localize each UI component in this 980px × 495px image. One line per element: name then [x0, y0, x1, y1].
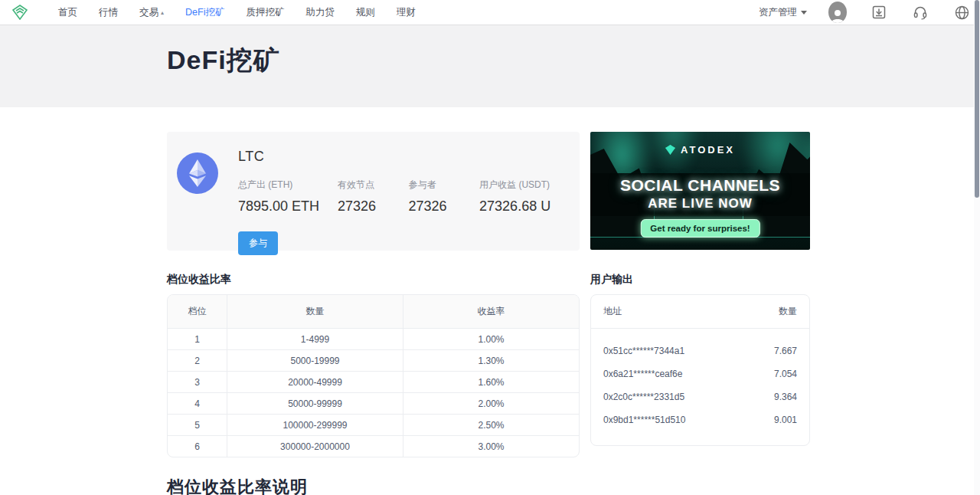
stat-value: 27326 [338, 198, 409, 215]
stat-user-income: 用户收益 (USDT) 27326.68 U [479, 179, 580, 215]
pool-stats: 总产出 (ETH) 7895.00 ETH 有效节点 27326 参与者 273… [238, 179, 580, 215]
cell-rate: 3.00% [403, 436, 579, 457]
tier-col-rate: 收益率 [403, 295, 579, 328]
cell-level: 4 [168, 393, 227, 414]
banner-headline-line1: SOCIAL CHANNELS [590, 176, 810, 195]
chevron-down-icon [801, 11, 807, 15]
download-icon[interactable] [870, 3, 888, 21]
top-navbar: 首页 行情 交易▴ DeFi挖矿 质押挖矿 助力贷 规则 理财 资产管理 [0, 0, 980, 25]
asset-management-label: 资产管理 [759, 6, 797, 19]
nav-item-trade-label: 交易 [139, 7, 158, 18]
table-row: 4 50000-99999 2.00% [168, 393, 579, 415]
list-item: 0x51cc******7344a1 7.667 [591, 339, 809, 362]
user-output-table: 地址 数量 0x51cc******7344a1 7.667 0x6a21***… [590, 294, 810, 446]
output-section-title: 用户输出 [590, 273, 633, 287]
tier-col-level: 档位 [168, 295, 227, 328]
cell-rate: 1.30% [403, 350, 579, 371]
tier-explanation-heading: 档位收益比率说明 [167, 476, 974, 495]
join-button[interactable]: 参与 [238, 231, 278, 255]
main-content: LTC 总产出 (ETH) 7895.00 ETH 有效节点 27326 参与者… [0, 107, 974, 495]
table-row: 3 20000-49999 1.60% [168, 372, 579, 393]
mining-pool-card: LTC 总产出 (ETH) 7895.00 ETH 有效节点 27326 参与者… [167, 132, 580, 251]
cell-range: 1-4999 [227, 329, 403, 349]
cell-range: 50000-99999 [227, 393, 403, 414]
output-table-body: 0x51cc******7344a1 7.667 0x6a21******cea… [591, 329, 809, 445]
output-table-header: 地址 数量 [591, 295, 809, 329]
brand-logo-icon[interactable] [12, 5, 28, 20]
output-amount: 9.001 [774, 415, 797, 425]
cell-level: 2 [168, 350, 227, 371]
table-row: 1 1-4999 1.00% [168, 329, 579, 350]
banner-brand-name: ATODEX [681, 144, 735, 156]
nav-item-markets[interactable]: 行情 [91, 6, 126, 19]
tier-col-quantity: 数量 [227, 295, 403, 328]
cell-rate: 2.50% [403, 415, 579, 435]
headset-support-icon[interactable] [911, 3, 929, 21]
output-amount: 7.667 [774, 346, 797, 356]
cell-range: 100000-299999 [227, 415, 403, 435]
cell-level: 1 [168, 329, 227, 349]
stat-total-output: 总产出 (ETH) 7895.00 ETH [238, 179, 338, 215]
coin-name: LTC [238, 149, 580, 165]
nav-item-wealth[interactable]: 理财 [389, 6, 423, 19]
tier-rate-table: 档位 数量 收益率 1 1-4999 1.00% 2 5000-19999 1.… [167, 294, 580, 457]
promo-banner[interactable]: ATODEX SOCIAL CHANNELS ARE LIVE NOW Get … [590, 132, 810, 250]
page-title: DeFi挖矿 [167, 43, 980, 78]
tier-table-header: 档位 数量 收益率 [168, 295, 579, 329]
cell-level: 6 [168, 436, 227, 457]
cell-rate: 1.60% [403, 372, 579, 392]
output-amount: 9.364 [774, 392, 797, 402]
output-address: 0x6a21******ceaf6e [603, 369, 682, 379]
ethereum-coin-icon [177, 152, 218, 194]
nav-item-boost-loan[interactable]: 助力贷 [298, 6, 342, 19]
table-row: 6 300000-2000000 3.00% [168, 436, 579, 457]
nav-item-home[interactable]: 首页 [51, 6, 85, 19]
cell-rate: 2.00% [403, 393, 579, 414]
banner-brand: ATODEX [590, 144, 810, 156]
cell-range: 20000-49999 [227, 372, 403, 392]
stat-label: 参与者 [409, 179, 480, 192]
nav-item-rules[interactable]: 规则 [348, 6, 383, 19]
globe-language-icon[interactable] [952, 3, 971, 21]
banner-cta-button[interactable]: Get ready for surprises! [640, 219, 760, 238]
output-address: 0x51cc******7344a1 [603, 346, 684, 356]
cell-range: 300000-2000000 [227, 436, 403, 457]
cell-level: 3 [168, 372, 227, 392]
table-row: 5 100000-299999 2.50% [168, 415, 579, 436]
output-address: 0x9bd1******51d510 [603, 415, 685, 425]
stat-valid-nodes: 有效节点 27326 [338, 179, 409, 215]
output-address: 0x2c0c******2331d5 [603, 392, 684, 402]
atodex-diamond-icon [665, 145, 675, 155]
cell-rate: 1.00% [403, 329, 579, 349]
nav-item-defi-mining[interactable]: DeFi挖矿 [178, 6, 232, 19]
stat-value: 7895.00 ETH [238, 198, 338, 215]
output-col-address: 地址 [603, 305, 622, 318]
stat-label: 总产出 (ETH) [238, 179, 338, 192]
nav-item-trade[interactable]: 交易▴ [132, 6, 172, 19]
page-scrollbar[interactable] [974, 0, 980, 495]
page-header: DeFi挖矿 [0, 25, 980, 107]
asset-management-dropdown[interactable]: 资产管理 [759, 6, 807, 19]
stat-label: 用户收益 (USDT) [479, 179, 580, 192]
stat-value: 27326 [409, 198, 480, 215]
list-item: 0x9bd1******51d510 9.001 [591, 408, 809, 431]
nav-menu: 首页 行情 交易▴ DeFi挖矿 质押挖矿 助力贷 规则 理财 [47, 6, 426, 19]
nav-item-staking-mining[interactable]: 质押挖矿 [238, 6, 292, 19]
output-col-amount: 数量 [779, 305, 797, 318]
stat-participants: 参与者 27326 [409, 179, 480, 215]
cell-range: 5000-19999 [227, 350, 403, 371]
banner-headline-line2: ARE LIVE NOW [590, 196, 810, 211]
cell-level: 5 [168, 415, 227, 435]
navbar-right: 资产管理 [759, 3, 971, 21]
tier-section-title: 档位收益比率 [167, 273, 590, 287]
output-amount: 7.054 [774, 369, 797, 379]
list-item: 0x6a21******ceaf6e 7.054 [591, 362, 809, 385]
list-item: 0x2c0c******2331d5 9.364 [591, 385, 809, 408]
chevron-up-icon: ▴ [161, 9, 164, 16]
scrollbar-thumb[interactable] [975, 0, 979, 198]
stat-value: 27326.68 U [479, 198, 580, 215]
user-avatar-icon[interactable] [828, 3, 847, 21]
table-row: 2 5000-19999 1.30% [168, 350, 579, 372]
stat-label: 有效节点 [338, 179, 409, 192]
